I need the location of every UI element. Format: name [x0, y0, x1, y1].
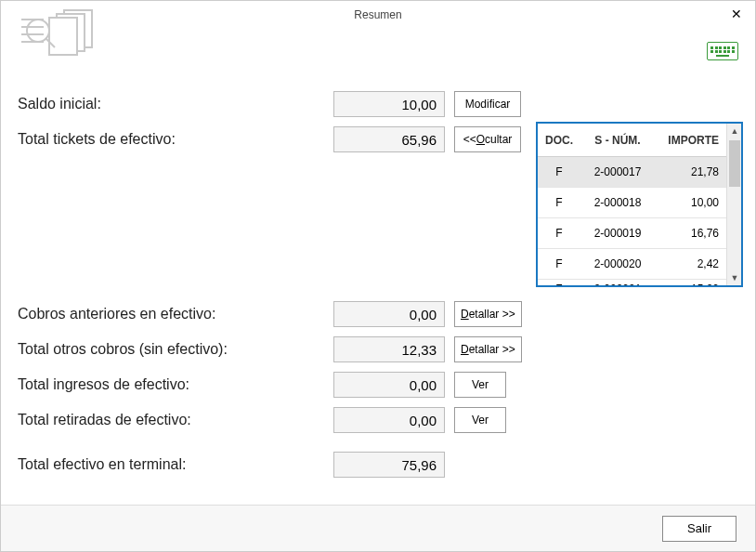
cell-num: 2-000021 [580, 283, 655, 285]
row-total-ingresos: Total ingresos de efectivo: 0,00 Ver [18, 367, 738, 402]
ocultar-button[interactable]: << Ocultar [454, 126, 521, 152]
label-total-tickets: Total tickets de efectivo: [18, 131, 333, 148]
summary-icon [10, 7, 103, 59]
scroll-down-icon[interactable]: ▼ [727, 270, 742, 285]
close-button[interactable]: ✕ [725, 5, 748, 23]
detallar-otros-button[interactable]: Detallar >> [454, 336, 522, 362]
window-title: Resumen [354, 8, 401, 21]
cell-num: 2-000019 [580, 227, 655, 240]
value-total-tickets: 65,96 [333, 126, 445, 152]
value-total-otros: 12,33 [333, 336, 445, 362]
row-saldo-inicial: Saldo inicial: 10,00 Modificar [18, 86, 738, 122]
close-icon: ✕ [731, 7, 742, 21]
cell-importe: 21,78 [655, 165, 726, 178]
modificar-button[interactable]: Modificar [454, 91, 521, 117]
value-total-terminal: 75,96 [333, 452, 445, 478]
value-total-ingresos: 0,00 [333, 372, 445, 398]
value-saldo-inicial: 10,00 [333, 91, 445, 117]
cell-importe: 16,76 [655, 227, 726, 240]
tickets-scrollbar[interactable]: ▲ ▼ [726, 124, 741, 285]
label-cobros-anteriores: Cobros anteriores en efectivo: [18, 306, 333, 322]
header-doc[interactable]: DOC. [538, 134, 580, 147]
cell-doc: F [538, 283, 580, 285]
keyboard-icon[interactable] [707, 42, 738, 60]
table-row[interactable]: F2-00001916,76 [538, 218, 726, 249]
cell-importe: 2,42 [655, 257, 726, 270]
ver-ingresos-button[interactable]: Ver [454, 372, 506, 398]
svg-rect-2 [49, 18, 77, 55]
table-row[interactable]: F2-00002115,00 [538, 280, 726, 285]
ver-retiradas-button[interactable]: Ver [454, 407, 506, 433]
label-total-retiradas: Total retiradas de efectivo: [18, 412, 333, 428]
scroll-thumb[interactable] [729, 140, 740, 187]
cell-importe: 10,00 [655, 196, 726, 209]
cell-doc: F [538, 165, 580, 178]
label-total-otros: Total otros cobros (sin efectivo): [18, 341, 333, 358]
label-total-ingresos: Total ingresos de efectivo: [18, 376, 333, 393]
tickets-table: DOC. S - NÚM. IMPORTE F2-00001721,78F2-0… [536, 122, 743, 287]
header-importe[interactable]: IMPORTE [655, 134, 726, 147]
label-saldo-inicial: Saldo inicial: [18, 96, 333, 112]
row-cobros-anteriores: Cobros anteriores en efectivo: 0,00 Deta… [18, 296, 738, 332]
cell-doc: F [538, 227, 580, 240]
title-bar: Resumen ✕ [1, 1, 755, 29]
cell-doc: F [538, 196, 580, 209]
value-total-retiradas: 0,00 [333, 407, 445, 433]
row-total-terminal: Total efectivo en terminal: 75,96 [18, 447, 738, 482]
header-num[interactable]: S - NÚM. [580, 134, 655, 147]
table-row[interactable]: F2-00001810,00 [538, 188, 726, 218]
footer-bar: Salir [1, 505, 755, 551]
value-cobros-anteriores: 0,00 [333, 301, 445, 327]
row-total-retiradas: Total retiradas de efectivo: 0,00 Ver [18, 402, 738, 438]
cell-num: 2-000018 [580, 196, 655, 209]
row-total-otros: Total otros cobros (sin efectivo): 12,33… [18, 332, 738, 367]
tickets-header-row: DOC. S - NÚM. IMPORTE [538, 124, 726, 157]
cell-doc: F [538, 257, 580, 270]
salir-button[interactable]: Salir [662, 516, 736, 542]
cell-importe: 15,00 [655, 283, 726, 285]
table-row[interactable]: F2-00001721,78 [538, 157, 726, 188]
cell-num: 2-000017 [580, 165, 655, 178]
scroll-up-icon[interactable]: ▲ [727, 124, 742, 138]
label-total-terminal: Total efectivo en terminal: [18, 456, 333, 473]
table-row[interactable]: F2-0000202,42 [538, 249, 726, 280]
detallar-cobros-button[interactable]: Detallar >> [454, 301, 522, 327]
cell-num: 2-000020 [580, 257, 655, 270]
